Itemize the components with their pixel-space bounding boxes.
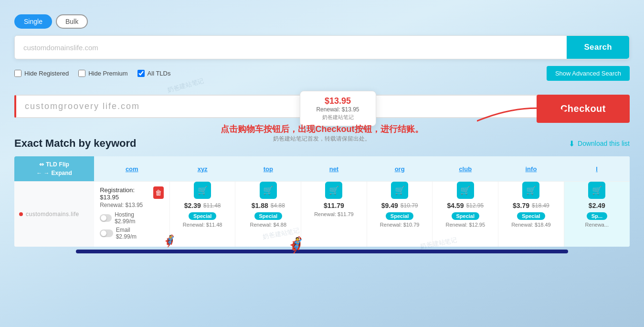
info-cart-button[interactable]: 🛒 xyxy=(522,182,539,199)
th-net[interactable]: net xyxy=(301,156,367,182)
scrollbar[interactable] xyxy=(76,250,568,253)
xyz-price-new: $2.39 xyxy=(184,202,201,209)
th-top-text: top xyxy=(264,165,273,173)
search-input[interactable] xyxy=(15,36,567,59)
th-club[interactable]: club xyxy=(433,156,498,182)
download-icon: ⬇ xyxy=(569,139,575,148)
checkout-button[interactable]: Checkout xyxy=(537,95,630,123)
hide-registered-label[interactable]: Hide Registered xyxy=(14,70,69,77)
club-cart-button[interactable]: 🛒 xyxy=(457,182,474,199)
hide-premium-checkbox[interactable] xyxy=(78,70,85,77)
com-pricing-cell: Registration: $13.95 Renewal: $13.95 Hos… xyxy=(94,182,169,247)
single-toggle-button[interactable]: Single xyxy=(14,14,52,29)
net-cell: 🛒 $11.79 Renewal: $11.79 xyxy=(301,182,367,247)
top-cart-button[interactable]: 🛒 xyxy=(260,182,277,199)
org-special-badge: Special xyxy=(386,212,414,220)
search-bar: Search xyxy=(14,35,630,59)
xyz-price-row: $2.39 $11.48 xyxy=(170,202,235,209)
info-cell: 🛒 $3.79 $18.49 Special Renewal: $18.49 xyxy=(498,182,564,247)
top-price-new: $1.88 xyxy=(252,202,268,209)
domain-cell-content: customdomains.life xyxy=(19,211,89,218)
filter-row: Hide Registered Hide Premium All TLDs Sh… xyxy=(14,64,630,83)
expand-label: Expand xyxy=(52,170,72,176)
all-tlds-checkbox[interactable] xyxy=(137,70,145,77)
th-xyz[interactable]: xyz xyxy=(169,156,235,182)
org-price-new: $9.49 xyxy=(381,202,398,209)
domain-table: ⇔ TLD Flip ← → Expand com xyz top xyxy=(14,156,630,247)
delete-button[interactable]: 🗑 xyxy=(153,186,164,199)
all-tlds-text: All TLDs xyxy=(148,70,171,77)
advanced-search-button[interactable]: Show Advanced Search xyxy=(547,66,630,81)
hosting-toggle-row: Hosting $2.99/m xyxy=(100,211,149,225)
info-price-old: $18.49 xyxy=(532,202,549,209)
search-button[interactable]: Search xyxy=(567,36,629,59)
th-com-text: com xyxy=(126,165,138,173)
xyz-price-old: $11.48 xyxy=(203,202,221,209)
xyz-renewal: Renewal: $11.48 xyxy=(170,222,235,228)
l-cart-button[interactable]: 🛒 xyxy=(588,182,605,199)
download-list-link[interactable]: ⬇ Download this list xyxy=(569,139,630,148)
xyz-cell: 🛒 $2.39 $11.48 Special Renewal: $11.48 xyxy=(169,182,235,247)
result-section: customgroovery life.com $13.95 Renewal: … xyxy=(14,95,630,123)
email-toggle[interactable] xyxy=(100,229,113,237)
l-renewal: Renewa... xyxy=(564,222,630,228)
annotation-block: 点击购物车按钮后，出现Checkout按钮，进行结账。 奶爸建站笔记首发，转载请… xyxy=(221,123,423,143)
xyz-cart-button[interactable]: 🛒 xyxy=(194,182,211,199)
bulk-toggle-button[interactable]: Bulk xyxy=(56,14,88,29)
l-special-badge: Sp... xyxy=(587,212,607,220)
annotation-main-text: 点击购物车按钮后，出现Checkout按钮，进行结账。 xyxy=(221,123,423,135)
domain-name-cell: customdomains.life xyxy=(14,182,94,247)
mascot-icon-2: 🦸 xyxy=(162,234,177,248)
club-price-row: $4.59 $12.95 xyxy=(433,202,498,209)
org-price-old: $10.79 xyxy=(401,202,418,209)
toggle-group: Single Bulk xyxy=(14,14,630,29)
l-price-row: $2.49 xyxy=(564,202,630,209)
th-flip-expand: ⇔ TLD Flip ← → Expand xyxy=(14,156,94,182)
hide-registered-checkbox[interactable] xyxy=(14,70,21,77)
popup-price: $13.95 xyxy=(310,96,366,106)
hide-registered-text: Hide Registered xyxy=(24,70,69,77)
download-label: Download this list xyxy=(578,140,630,147)
org-cell: 🛒 $9.49 $10.79 Special Renewal: $10.79 xyxy=(367,182,433,247)
email-text: Email $2.99/m xyxy=(116,227,149,240)
annotation-sub-text: 奶爸建站笔记首发，转载请保留出处。 xyxy=(221,135,423,143)
all-tlds-label[interactable]: All TLDs xyxy=(137,70,171,77)
flip-arrows-icon: ⇔ xyxy=(39,161,44,168)
net-cart-button[interactable]: 🛒 xyxy=(325,182,342,199)
th-org-text: org xyxy=(395,165,405,173)
th-info-text: info xyxy=(526,165,537,173)
flip-label: Flip xyxy=(59,161,69,168)
table-row: customdomains.life Registration: $13.95 … xyxy=(14,182,630,247)
info-special-badge: Special xyxy=(517,212,545,220)
top-section: Single Bulk Search Hide Registered Hide … xyxy=(14,10,630,90)
com-renewal-price: Renewal: $13.95 xyxy=(100,202,149,208)
net-price-new: $11.79 xyxy=(324,202,344,209)
red-dot-indicator xyxy=(19,212,23,216)
xyz-special-badge: Special xyxy=(189,212,217,220)
hide-premium-label[interactable]: Hide Premium xyxy=(78,70,127,77)
email-toggle-row: Email $2.99/m xyxy=(100,227,149,240)
mascot-icon: 🦸 xyxy=(286,236,306,254)
net-price-row: $11.79 xyxy=(301,202,367,209)
org-cart-button[interactable]: 🛒 xyxy=(391,182,408,199)
th-com[interactable]: com xyxy=(94,156,169,182)
th-l-text: l xyxy=(596,165,598,173)
top-price-old: $4.88 xyxy=(271,202,285,209)
hosting-toggle[interactable] xyxy=(100,214,112,222)
th-info[interactable]: info xyxy=(498,156,564,182)
l-cell: 🛒 $2.49 Sp... Renewa... xyxy=(564,182,630,247)
pricing-popup: $13.95 Renewal: $13.95 奶爸建站笔记 xyxy=(300,91,376,126)
th-xyz-text: xyz xyxy=(198,165,208,173)
info-price-new: $3.79 xyxy=(513,202,529,209)
hide-premium-text: Hide Premium xyxy=(88,70,127,77)
tld-label: TLD xyxy=(46,161,57,168)
th-club-text: club xyxy=(459,165,472,173)
club-price-new: $4.59 xyxy=(447,202,464,209)
th-l[interactable]: l xyxy=(564,156,630,182)
popup-renewal: Renewal: $13.95 xyxy=(310,106,366,113)
club-special-badge: Special xyxy=(452,212,480,220)
domain-cell-text: customdomains.life xyxy=(26,211,79,218)
th-org[interactable]: org xyxy=(367,156,433,182)
table-header-row: ⇔ TLD Flip ← → Expand com xyz top xyxy=(14,156,630,182)
th-top[interactable]: top xyxy=(235,156,301,182)
